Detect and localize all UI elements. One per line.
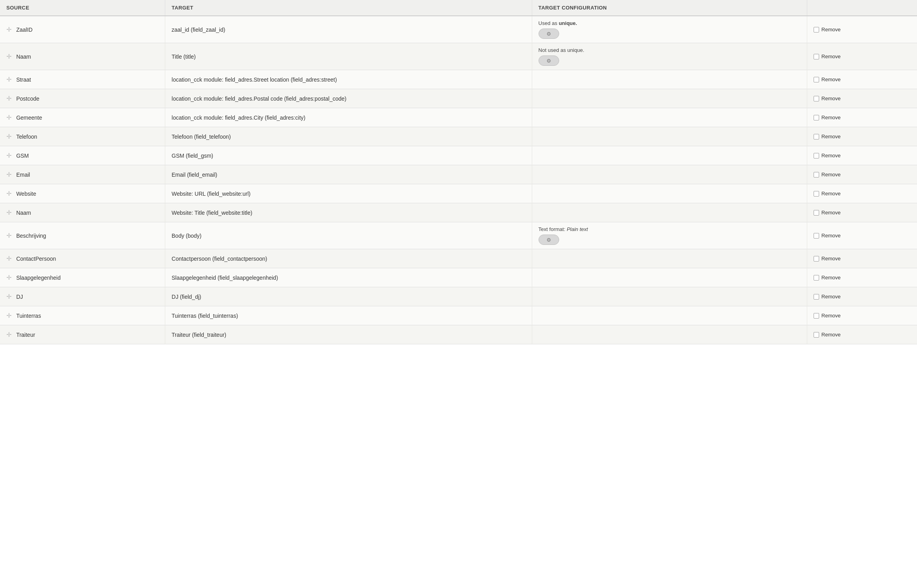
target-field-value: DJ (field_dj) <box>172 294 201 300</box>
remove-checkbox[interactable] <box>814 134 819 139</box>
remove-area: Remove <box>814 172 911 178</box>
remove-label: Remove <box>821 76 841 82</box>
target-field-value: Traiteur (field_traiteur) <box>172 332 226 338</box>
target-field-value: Website: Title (field_website:title) <box>172 210 252 216</box>
remove-label: Remove <box>821 313 841 319</box>
remove-label: Remove <box>821 153 841 158</box>
target-field-value: location_cck module: field_adres.Postal … <box>172 95 346 102</box>
remove-checkbox[interactable] <box>814 191 819 197</box>
remove-area: Remove <box>814 115 911 120</box>
table-row: ✛ DJ DJ (field_dj) Remove <box>0 287 917 306</box>
remove-label: Remove <box>821 172 841 178</box>
remove-area: Remove <box>814 275 911 281</box>
source-field-label: Beschrijving <box>16 233 46 239</box>
remove-area: Remove <box>814 134 911 139</box>
remove-area: Remove <box>814 233 911 239</box>
source-field-label: Website <box>16 191 36 197</box>
config-text-format-label: Text format: Plain text <box>539 226 800 232</box>
remove-checkbox[interactable] <box>814 294 819 300</box>
drag-handle-icon[interactable]: ✛ <box>6 133 11 140</box>
remove-area: Remove <box>814 191 911 197</box>
remove-checkbox[interactable] <box>814 27 819 32</box>
remove-label: Remove <box>821 95 841 101</box>
source-field-label: ZaalID <box>16 27 32 33</box>
drag-handle-icon[interactable]: ✛ <box>6 209 11 216</box>
remove-checkbox[interactable] <box>814 77 819 82</box>
target-field-value: GSM (field_gsm) <box>172 153 213 159</box>
drag-handle-icon[interactable]: ✛ <box>6 53 11 60</box>
target-field-value: Telefoon (field_telefoon) <box>172 134 231 140</box>
drag-handle-icon[interactable]: ✛ <box>6 232 11 239</box>
remove-area: Remove <box>814 332 911 338</box>
source-field-label: Postcode <box>16 95 39 102</box>
table-row: ✛ Gemeente location_cck module: field_ad… <box>0 108 917 127</box>
source-field-label: Slaapgelegenheid <box>16 275 61 281</box>
drag-handle-icon[interactable]: ✛ <box>6 190 11 197</box>
target-field-value: Title (title) <box>172 53 196 60</box>
table-row: ✛ Naam Title (title) Not used as unique.… <box>0 43 917 70</box>
table-row: ✛ Postcode location_cck module: field_ad… <box>0 89 917 108</box>
drag-handle-icon[interactable]: ✛ <box>6 152 11 159</box>
remove-checkbox[interactable] <box>814 210 819 216</box>
table-header: SOURCE TARGET TARGET CONFIGURATION <box>0 0 917 16</box>
source-field-label: GSM <box>16 153 29 159</box>
remove-label: Remove <box>821 233 841 239</box>
table-row: ✛ ContactPersoon Contactpersoon (field_c… <box>0 249 917 268</box>
drag-handle-icon[interactable]: ✛ <box>6 331 11 338</box>
target-field-value: Website: URL (field_website:url) <box>172 191 250 197</box>
drag-handle-icon[interactable]: ✛ <box>6 255 11 262</box>
source-field-label: Naam <box>16 210 31 216</box>
drag-handle-icon[interactable]: ✛ <box>6 171 11 178</box>
remove-checkbox[interactable] <box>814 172 819 178</box>
gear-icon: ⚙ <box>546 58 551 64</box>
remove-area: Remove <box>814 210 911 216</box>
gear-icon: ⚙ <box>546 237 551 243</box>
col-header-action <box>807 0 917 16</box>
text-format-toggle-button[interactable]: ⚙ <box>539 235 559 245</box>
not-unique-toggle-button[interactable]: ⚙ <box>539 55 559 66</box>
remove-label: Remove <box>821 332 841 338</box>
remove-label: Remove <box>821 191 841 197</box>
target-field-value: location_cck module: field_adres.City (f… <box>172 115 306 121</box>
drag-handle-icon[interactable]: ✛ <box>6 26 11 33</box>
drag-handle-icon[interactable]: ✛ <box>6 293 11 300</box>
remove-checkbox[interactable] <box>814 275 819 281</box>
remove-checkbox[interactable] <box>814 332 819 338</box>
table-row: ✛ Traiteur Traiteur (field_traiteur) Rem… <box>0 325 917 344</box>
table-row: ✛ Beschrijving Body (body) Text format: … <box>0 222 917 249</box>
col-header-source: SOURCE <box>0 0 165 16</box>
table-row: ✛ Tuinterras Tuinterras (field_tuinterra… <box>0 306 917 325</box>
table-row: ✛ GSM GSM (field_gsm) Remove <box>0 146 917 165</box>
remove-label: Remove <box>821 210 841 216</box>
remove-area: Remove <box>814 95 911 101</box>
target-field-value: Email (field_email) <box>172 172 217 178</box>
target-field-value: zaal_id (field_zaal_id) <box>172 27 225 33</box>
remove-checkbox[interactable] <box>814 115 819 120</box>
table-row: ✛ Slaapgelegenheid Slaapgelegenheid (fie… <box>0 268 917 287</box>
drag-handle-icon[interactable]: ✛ <box>6 95 11 102</box>
drag-handle-icon[interactable]: ✛ <box>6 274 11 281</box>
unique-toggle-button[interactable]: ⚙ <box>539 29 559 39</box>
drag-handle-icon[interactable]: ✛ <box>6 312 11 319</box>
source-field-label: Email <box>16 172 30 178</box>
source-field-label: Straat <box>16 76 31 83</box>
source-field-label: ContactPersoon <box>16 256 56 262</box>
remove-checkbox[interactable] <box>814 233 819 239</box>
target-field-value: Slaapgelegenheid (field_slaapgelegenheid… <box>172 275 278 281</box>
remove-checkbox[interactable] <box>814 153 819 158</box>
source-field-label: Telefoon <box>16 134 37 140</box>
drag-handle-icon[interactable]: ✛ <box>6 76 11 83</box>
remove-checkbox[interactable] <box>814 313 819 319</box>
remove-checkbox[interactable] <box>814 96 819 101</box>
remove-checkbox[interactable] <box>814 256 819 262</box>
table-row: ✛ Website Website: URL (field_website:ur… <box>0 184 917 203</box>
source-field-label: Naam <box>16 53 31 60</box>
gear-icon: ⚙ <box>546 31 551 37</box>
drag-handle-icon[interactable]: ✛ <box>6 114 11 121</box>
source-field-label: Gemeente <box>16 115 42 121</box>
table-row: ✛ ZaalID zaal_id (field_zaal_id) Used as… <box>0 16 917 43</box>
config-not-unique-label: Not used as unique. <box>539 47 800 53</box>
remove-checkbox[interactable] <box>814 54 819 59</box>
remove-label: Remove <box>821 27 841 32</box>
remove-label: Remove <box>821 256 841 262</box>
